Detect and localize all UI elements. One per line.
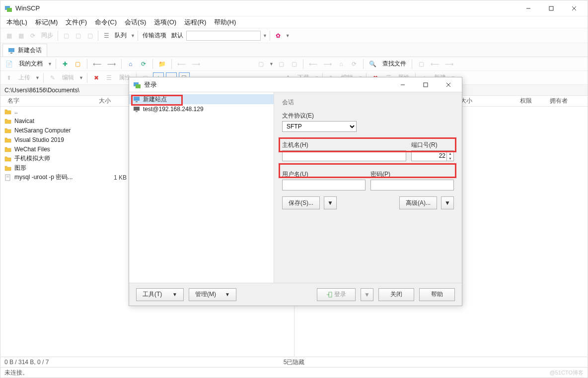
queue-label[interactable]: 队列	[113, 31, 129, 40]
nav-fwd[interactable]: ⟶	[105, 59, 118, 69]
r-icon: ⟵	[429, 59, 441, 69]
tb-icon[interactable]: ▦	[3, 30, 14, 41]
menu-local[interactable]: 本地(L)	[2, 17, 31, 28]
titlebar: WinSCP	[0, 0, 588, 16]
file-name: Navicat	[14, 118, 99, 125]
tb-icon[interactable]: ▦	[15, 30, 26, 41]
col-name[interactable]: 名字	[4, 97, 89, 105]
max-button[interactable]	[540, 1, 563, 15]
pass-input[interactable]	[370, 180, 454, 190]
fav-icon[interactable]: 📁	[156, 59, 168, 69]
col-size[interactable]: 大小	[89, 97, 114, 105]
help-button[interactable]: 帮助	[419, 288, 455, 301]
folder-icon	[4, 155, 11, 162]
sites-tree[interactable]: 新建站点 test@192.168.248.129	[129, 92, 274, 283]
save-dd[interactable]: ▼	[324, 196, 337, 209]
file-name: NetSarang Computer	[14, 127, 99, 134]
port-spinner[interactable]: ▲▼	[411, 150, 454, 161]
edit-label: 编辑	[60, 73, 76, 82]
x-icon: ✖	[91, 72, 102, 83]
user-input[interactable]	[282, 180, 366, 190]
transfer-opts-label: 传输选项	[141, 31, 168, 40]
find-label[interactable]: 查找文件	[380, 60, 408, 68]
props-icon: ☰	[104, 72, 115, 83]
advanced-button[interactable]: 高级(A)...	[399, 196, 437, 209]
status-bar-1: 0 B / 314 B, 0 / 7 5已隐藏	[0, 357, 588, 367]
nav-icon[interactable]: ▢	[73, 59, 83, 69]
refresh-icon[interactable]: ⟳	[138, 59, 149, 69]
login-dd[interactable]: ▼	[361, 288, 373, 301]
proto-select[interactable]: SFTP	[282, 121, 357, 132]
dlg-close[interactable]	[437, 78, 460, 92]
site-test[interactable]: test@192.168.248.129	[129, 104, 274, 114]
menu-cmd[interactable]: 命令(C)	[91, 17, 121, 28]
file-name: Visual Studio 2019	[14, 136, 99, 143]
menu-opt[interactable]: 选项(O)	[150, 17, 180, 28]
mydocs-label[interactable]: 我的文档	[17, 60, 45, 68]
host-input[interactable]	[282, 150, 406, 161]
tb-icon[interactable]: ⟳	[27, 30, 38, 41]
find-icon[interactable]: 🔍	[367, 59, 378, 69]
tb-gear[interactable]: ✿	[273, 30, 284, 41]
menu-help[interactable]: 帮助(H)	[210, 17, 240, 28]
dialog-title: 登录	[144, 80, 157, 89]
advanced-dd[interactable]: ▼	[441, 196, 454, 209]
manage-button[interactable]: 管理(M)▼	[189, 288, 236, 301]
mydocs-icon[interactable]: 📄	[3, 59, 15, 69]
session-tab-new[interactable]: 新建会话	[2, 44, 47, 57]
tools-button[interactable]: 工具(T)▼	[136, 288, 184, 301]
menu-mark[interactable]: 标记(M)	[31, 17, 62, 28]
session-tab-label: 新建会话	[18, 46, 42, 55]
dlg-min[interactable]	[391, 78, 414, 92]
folder-icon	[4, 146, 11, 153]
nav-icon[interactable]: ⟶	[190, 59, 202, 69]
menubar: 本地(L) 标记(M) 文件(F) 命令(C) 会话(S) 选项(O) 远程(R…	[0, 16, 588, 28]
tb-icon[interactable]: ▢	[84, 30, 95, 41]
sync-label[interactable]: 同步	[39, 31, 55, 40]
nav-icon[interactable]: ✚	[60, 59, 71, 69]
folder-icon	[4, 118, 11, 125]
site-label: 新建站点	[143, 95, 167, 104]
winscp-icon	[4, 4, 12, 12]
close-button[interactable]: 关闭	[378, 288, 414, 301]
close-button[interactable]	[563, 1, 586, 15]
proto-label: 文件协议(E)	[282, 112, 454, 120]
menu-file[interactable]: 文件(F)	[62, 17, 91, 28]
transfer-mode[interactable]: 默认	[169, 31, 185, 40]
watermark: @51CTO博客	[550, 369, 584, 377]
tb-icon[interactable]: ▢	[61, 30, 72, 41]
status-bar-2: 未连接。 @51CTO博客	[0, 367, 588, 378]
svg-rect-1	[7, 8, 12, 12]
file-name: 手机模拟大师	[14, 154, 99, 163]
save-button[interactable]: 保存(S)...	[282, 196, 320, 209]
file-name: 图形	[14, 164, 99, 172]
site-new[interactable]: 新建站点	[129, 94, 274, 104]
dlg-max[interactable]	[414, 78, 437, 92]
file-name: WeChat Files	[14, 146, 99, 153]
home-icon[interactable]: ⌂	[125, 59, 136, 69]
r-icon: ⟶	[321, 59, 334, 69]
svg-rect-14	[424, 83, 428, 87]
nav-back[interactable]: ⟵	[91, 59, 103, 69]
col-perm[interactable]: 权限	[517, 97, 547, 105]
svg-rect-20	[136, 111, 138, 112]
session-group: 会话	[282, 98, 454, 107]
tb-icon[interactable]: ▢	[73, 30, 83, 41]
nav-icon[interactable]: ⟵	[175, 59, 188, 69]
monitor-icon	[133, 106, 140, 112]
document-icon	[4, 174, 11, 181]
edit-icon: ✎	[47, 72, 58, 83]
svg-rect-8	[5, 175, 10, 181]
min-button[interactable]	[517, 1, 540, 15]
port-label: 端口号(R)	[411, 141, 454, 149]
queue-icon[interactable]: ☰	[101, 30, 112, 41]
upload-icon: ⬆	[3, 72, 14, 83]
transfer-combo[interactable]	[186, 31, 261, 41]
col-owner[interactable]: 拥有者	[547, 97, 577, 105]
monitor-icon	[133, 96, 140, 102]
menu-sess[interactable]: 会话(S)	[121, 17, 150, 28]
folder-icon	[4, 127, 11, 134]
r-icon: ▢	[289, 59, 299, 69]
login-button[interactable]: 登录	[317, 288, 356, 301]
menu-remote[interactable]: 远程(R)	[180, 17, 210, 28]
